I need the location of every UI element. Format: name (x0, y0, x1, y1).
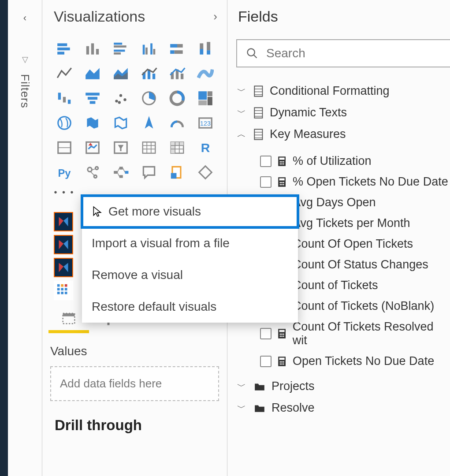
measure-label: Open Tickets No Due Date (293, 354, 434, 368)
measure-row[interactable]: % Open Tickets No Due Date (260, 175, 450, 189)
hundred-stacked-column-icon[interactable] (195, 38, 216, 60)
donut-chart-icon[interactable] (167, 88, 188, 109)
kpi-icon[interactable] (82, 137, 103, 158)
fields-title: Fields (227, 0, 450, 30)
line-stacked-column-icon[interactable] (138, 63, 160, 84)
ribbon-chart-icon[interactable] (195, 63, 216, 84)
hundred-stacked-bar-icon[interactable] (167, 38, 188, 60)
matrix-visual-icon[interactable] (167, 137, 188, 158)
measure-checkbox[interactable] (260, 176, 271, 188)
filters-label[interactable]: Filters (18, 74, 32, 108)
paginated-report-icon[interactable] (167, 162, 188, 183)
search-icon (246, 47, 258, 60)
table-icon (254, 129, 264, 140)
funnel-icon: ▽ (22, 55, 28, 64)
scatter-chart-icon[interactable] (110, 88, 131, 109)
measure-checkbox[interactable] (260, 156, 271, 167)
calculator-icon (278, 156, 286, 167)
measure-row[interactable]: Count Of Tickets Resolved wit (260, 320, 450, 347)
stacked-area-chart-icon[interactable] (110, 63, 131, 84)
fields-table-row[interactable]: ﹀Conditional Formatting (229, 84, 450, 98)
qa-visual-icon[interactable] (138, 162, 160, 183)
treemap-icon[interactable] (195, 88, 216, 109)
multi-row-card-icon[interactable] (54, 137, 75, 158)
chevron-down-icon: ﹀ (235, 107, 248, 119)
filters-collapse-icon[interactable]: ‹ (23, 12, 26, 24)
more-visuals-ellipsis-icon[interactable]: • • • (54, 186, 75, 208)
fields-table-label: Projects (271, 379, 315, 393)
calculator-icon (278, 356, 286, 367)
measure-label: Count Of Tickets Resolved wit (293, 320, 450, 347)
clustered-bar-chart-icon[interactable] (110, 38, 131, 60)
measure-checkbox[interactable] (260, 356, 271, 367)
python-visual-icon[interactable] (54, 162, 75, 183)
visualizations-panel: Visualizations › (42, 0, 227, 476)
menu-get-more-visuals[interactable]: Get more visuals (82, 196, 298, 227)
gauge-icon[interactable] (167, 112, 188, 134)
tab-fields[interactable] (60, 309, 78, 327)
r-visual-icon[interactable] (195, 137, 216, 158)
map-icon[interactable] (54, 112, 75, 134)
azure-map-icon[interactable] (138, 112, 160, 134)
measure-label: Count Of Status Changes (293, 258, 428, 271)
fields-search-input[interactable] (266, 46, 441, 60)
measure-label: Count Of Open Tickets (293, 237, 413, 251)
key-influencers-icon[interactable] (82, 162, 103, 183)
fields-search[interactable] (236, 39, 450, 67)
chevron-down-icon: ﹀ (235, 380, 248, 392)
stacked-bar-chart-icon[interactable] (54, 38, 75, 60)
shape-map-icon[interactable] (110, 112, 131, 134)
measure-label: Avg Days Open (293, 196, 376, 209)
chevron-down-icon: ﹀ (235, 85, 248, 97)
measure-row[interactable]: % of Utilization (260, 154, 450, 168)
measure-row[interactable]: Open Tickets No Due Date (260, 354, 450, 368)
measure-checkbox[interactable] (260, 328, 271, 339)
visuals-context-menu: Get more visuals Import a visual from a … (82, 196, 298, 323)
menu-get-more-visuals-label: Get more visuals (108, 205, 201, 219)
app-left-edge (0, 0, 8, 476)
cursor-icon (92, 206, 103, 217)
fields-table-row[interactable]: ﹀Dynamic Texts (229, 106, 450, 119)
visualizations-gallery: • • • (42, 30, 227, 209)
calculator-icon (278, 328, 286, 339)
fields-table-label: Key Measures (270, 127, 346, 141)
menu-remove-visual[interactable]: Remove a visual (82, 259, 298, 291)
menu-remove-visual-label: Remove a visual (92, 268, 183, 282)
fields-table-row[interactable]: ﹀Resolve (229, 401, 450, 415)
measure-label: % Open Tickets No Due Date (293, 175, 448, 189)
clustered-column-chart-icon[interactable] (138, 38, 160, 60)
waterfall-chart-icon[interactable] (54, 88, 75, 109)
stacked-column-chart-icon[interactable] (82, 38, 103, 60)
decomposition-tree-icon[interactable] (110, 162, 131, 183)
measure-label: Avg Tickets per Month (293, 216, 410, 230)
table-visual-icon[interactable] (138, 137, 160, 158)
menu-import-visual-file[interactable]: Import a visual from a file (82, 227, 298, 259)
custom-visual-1-icon[interactable] (54, 212, 73, 231)
custom-visual-2-icon[interactable] (54, 235, 73, 254)
line-clustered-column-icon[interactable] (167, 63, 188, 84)
values-drop-well[interactable]: Add data fields here (50, 366, 219, 401)
slicer-icon[interactable] (110, 137, 131, 158)
custom-visual-4-icon[interactable] (54, 281, 73, 300)
calculator-icon (278, 177, 286, 187)
chevron-up-icon: ︿ (235, 128, 248, 140)
funnel-chart-icon[interactable] (82, 88, 103, 109)
filled-map-icon[interactable] (82, 112, 103, 134)
menu-restore-default-visuals-label: Restore default visuals (92, 300, 216, 314)
card123-icon[interactable] (195, 112, 216, 134)
fields-table-label: Conditional Formatting (270, 84, 390, 98)
fields-table-row[interactable]: ﹀Projects (229, 379, 450, 393)
menu-restore-default-visuals[interactable]: Restore default visuals (82, 291, 298, 323)
custom-visual-3-icon[interactable] (54, 258, 73, 277)
drill-through-label: Drill through (55, 417, 219, 434)
fields-table-row[interactable]: ︿Key Measures (229, 127, 450, 141)
area-chart-icon[interactable] (82, 63, 103, 84)
visualizations-title: Visualizations (54, 8, 145, 25)
power-apps-icon[interactable] (195, 162, 216, 183)
menu-import-visual-file-label: Import a visual from a file (92, 236, 230, 250)
folder-icon (254, 403, 265, 413)
fields-table-label: Resolve (271, 401, 315, 415)
pie-chart-icon[interactable] (138, 88, 160, 109)
line-chart-icon[interactable] (54, 63, 75, 84)
visualizations-collapse-icon[interactable]: › (213, 10, 217, 23)
